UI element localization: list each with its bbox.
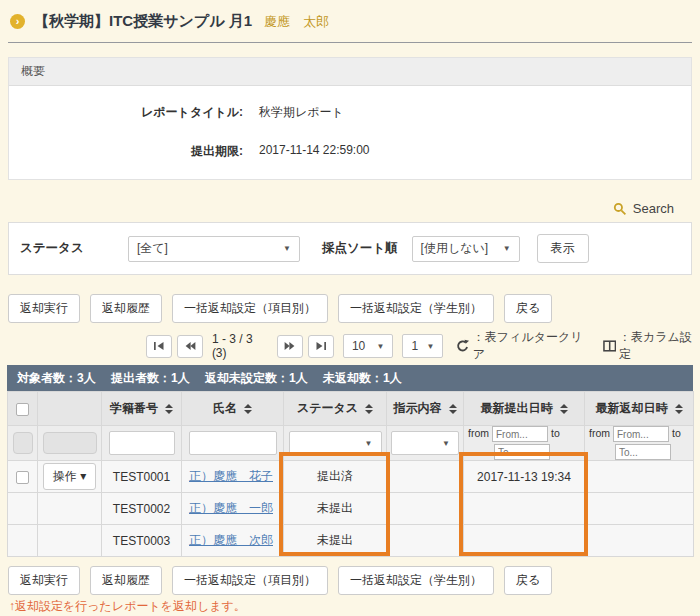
table-header-row: 学籍番号 氏名 ステータス 指示内容 最新提出日時 最新返却日時 <box>8 392 694 426</box>
grading-sort-select[interactable]: [使用しない] ▼ <box>412 236 520 262</box>
sort-icon[interactable] <box>675 404 683 414</box>
latest-submission-cell <box>464 493 585 525</box>
status-cell: 提出済 <box>284 461 387 493</box>
stats-bar: 対象者数：3人 提出者数：1人 返却未設定数：1人 未返却数：1人 <box>7 365 693 391</box>
to-label: to <box>672 428 681 440</box>
pager-prev-button[interactable] <box>177 335 203 358</box>
from-label: from <box>468 428 489 440</box>
sort-icon[interactable] <box>165 404 173 414</box>
header-student-id-label: 学籍番号 <box>110 400 158 417</box>
header-latest-submission[interactable]: 最新提出日時 <box>464 392 585 426</box>
instruction-column-filter-select[interactable]: ▼ <box>391 431 459 455</box>
submission-from-input[interactable] <box>492 426 548 442</box>
row-action-cell <box>38 493 102 525</box>
return-from-input[interactable] <box>613 426 669 442</box>
pager-last-button[interactable] <box>308 335 334 358</box>
bulk-return-by-item-button[interactable]: 一括返却設定（項目別） <box>172 294 328 323</box>
student-name-link[interactable]: 正）慶應 花子 <box>189 469 273 483</box>
filter-checkbox-cell <box>8 426 38 461</box>
instructor-name: 慶應 太郎 <box>264 13 329 31</box>
latest-submission-cell <box>464 525 585 557</box>
footnote: ↑返却設定を行ったレポートを返却します。 <box>9 598 246 615</box>
table-row: TEST0003 正）慶應 次郎 未提出 <box>8 525 694 557</box>
return-history-button[interactable]: 返却履歴 <box>90 294 162 323</box>
submission-to-input[interactable] <box>494 444 550 460</box>
page-size-select[interactable]: 10 ▼ <box>343 334 394 358</box>
header-latest-return[interactable]: 最新返却日時 <box>585 392 694 426</box>
return-history-button[interactable]: 返却履歴 <box>90 566 162 595</box>
instruction-cell <box>387 461 464 493</box>
return-to-input[interactable] <box>615 444 671 460</box>
back-button[interactable]: 戻る <box>504 566 552 595</box>
header-name-label: 氏名 <box>213 400 237 417</box>
from-label: from <box>589 428 610 440</box>
student-name-cell: 正）慶應 花子 <box>182 461 284 493</box>
chevron-down-icon: ▼ <box>427 342 435 351</box>
row-action-button[interactable]: 操作 ▾ <box>43 463 96 490</box>
table-column-config[interactable]: ：表カラム設定 <box>603 329 700 363</box>
sort-icon[interactable] <box>449 404 457 414</box>
name-filter-input[interactable] <box>189 431 277 455</box>
return-execute-button[interactable]: 返却実行 <box>8 566 80 595</box>
overview-panel: 概要 レポートタイトル: 秋学期レポート 提出期限: 2017-11-14 22… <box>8 57 692 180</box>
student-id-cell: TEST0003 <box>102 525 182 557</box>
page-header: › 【秋学期】ITC授業サンプル 月1 慶應 太郎 <box>10 12 692 31</box>
pager-first-button[interactable] <box>146 335 172 358</box>
to-label: to <box>551 428 560 440</box>
report-title-label: レポートタイトル: <box>9 104 259 121</box>
student-name-link[interactable]: 正）慶應 一郎 <box>189 501 273 515</box>
refresh-icon <box>456 339 469 353</box>
filter-disabled-box <box>43 432 97 454</box>
status-cell: 未提出 <box>284 493 387 525</box>
header-status[interactable]: ステータス <box>284 392 387 426</box>
pager-next-button[interactable] <box>277 335 303 358</box>
latest-return-cell <box>585 493 694 525</box>
latest-submission-cell: 2017-11-13 19:34 <box>464 461 585 493</box>
row-select-cell <box>8 493 38 525</box>
filter-name-cell <box>182 426 284 461</box>
pager-first-icon <box>153 341 165 351</box>
table-row: 操作 ▾ TEST0001 正）慶應 花子 提出済 2017-11-13 19:… <box>8 461 694 493</box>
report-table-wrapper: 学籍番号 氏名 ステータス 指示内容 最新提出日時 最新返却日時 ▼ ▼ <box>7 391 693 557</box>
overview-field-title: レポートタイトル: 秋学期レポート <box>9 104 691 121</box>
table-filter-row: ▼ ▼ from to from t <box>8 426 694 461</box>
header-student-id[interactable]: 学籍番号 <box>102 392 182 426</box>
pager-prev-icon <box>184 341 196 351</box>
report-title-value: 秋学期レポート <box>259 104 344 121</box>
sort-icon[interactable] <box>244 404 252 414</box>
bulk-return-by-student-button[interactable]: 一括返却設定（学生別） <box>338 566 494 595</box>
status-column-filter-select[interactable]: ▼ <box>289 431 382 455</box>
sort-icon[interactable] <box>365 404 373 414</box>
show-button[interactable]: 表示 <box>537 234 589 263</box>
filter-action-cell <box>38 426 102 461</box>
sort-icon[interactable] <box>560 404 568 414</box>
page-number-select[interactable]: 1 ▼ <box>402 334 443 358</box>
student-name-link[interactable]: 正）慶應 次郎 <box>189 533 273 547</box>
header-latest-submission-label: 最新提出日時 <box>481 400 553 417</box>
return-execute-button[interactable]: 返却実行 <box>8 294 80 323</box>
back-button[interactable]: 戻る <box>504 294 552 323</box>
chevron-down-icon: ▼ <box>377 342 385 351</box>
student-id-filter-input[interactable] <box>109 431 175 455</box>
instruction-cell <box>387 493 464 525</box>
select-all-checkbox[interactable] <box>16 403 29 416</box>
table-filter-clear-label: ：表フィルタークリア <box>473 329 590 363</box>
bulk-return-by-item-button[interactable]: 一括返却設定（項目別） <box>172 566 328 595</box>
search-label: Search <box>633 201 674 216</box>
student-name-cell: 正）慶應 次郎 <box>182 525 284 557</box>
instruction-cell <box>387 525 464 557</box>
chevron-down-icon: ▼ <box>283 244 291 253</box>
header-status-label: ステータス <box>297 400 358 417</box>
header-name[interactable]: 氏名 <box>182 392 284 426</box>
pagination: 1 - 3 / 3 (3) 10 ▼ 1 ▼ ：表フィルタークリア ：表カラム設… <box>146 329 700 363</box>
bulk-return-by-student-button[interactable]: 一括返却設定（学生別） <box>338 294 494 323</box>
table-filter-clear[interactable]: ：表フィルタークリア <box>456 329 589 363</box>
chevron-down-icon: ▼ <box>442 439 450 448</box>
search-filter-box: ステータス [全て] ▼ 採点ソート順 [使用しない] ▼ 表示 <box>8 222 692 275</box>
header-instruction[interactable]: 指示内容 <box>387 392 464 426</box>
row-checkbox[interactable] <box>16 471 29 484</box>
status-filter-select[interactable]: [全て] ▼ <box>128 236 300 262</box>
row-action-cell <box>38 525 102 557</box>
deadline-label: 提出期限: <box>9 143 259 160</box>
chevron-right-icon: › <box>10 14 25 29</box>
